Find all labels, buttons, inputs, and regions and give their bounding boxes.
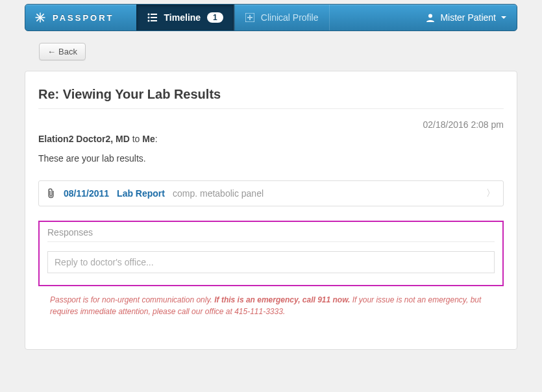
paperclip-icon [47, 188, 56, 199]
svg-point-6 [147, 17, 149, 19]
message-from-line: Elation2 Doctor2, MD to Me: [38, 134, 504, 144]
message-subject: Re: Viewing Your Lab Results [38, 87, 504, 109]
attachment-description: comp. metabolic panel [173, 188, 264, 199]
tab-timeline-label: Timeline [164, 12, 201, 23]
brand-area: PASSPORT [25, 12, 123, 23]
svg-rect-5 [151, 14, 157, 15]
arrow-left-icon: ← [47, 47, 56, 56]
tab-timeline[interactable]: Timeline 1 [136, 5, 234, 31]
message-timestamp: 02/18/2016 2:08 pm [38, 119, 504, 130]
user-menu[interactable]: Mister Patient [415, 12, 517, 23]
disclaimer-part1: Passport is for non-urgent communication… [50, 295, 214, 304]
user-name: Mister Patient [440, 12, 496, 23]
responses-section: Responses [38, 221, 504, 286]
attachment-row[interactable]: 08/11/2011 Lab Report comp. metabolic pa… [38, 180, 504, 206]
svg-point-13 [428, 14, 432, 18]
message-recipient: Me [142, 134, 154, 144]
attachment-date: 08/11/2011 [64, 188, 109, 199]
chevron-right-icon: 〉 [486, 188, 495, 199]
svg-rect-9 [151, 20, 157, 21]
brand-text: PASSPORT [53, 13, 114, 23]
svg-rect-7 [151, 17, 157, 18]
top-navbar: PASSPORT Timeline 1 Clinical P [25, 4, 517, 31]
disclaimer-bold: If this is an emergency, call 911 now. [214, 295, 350, 304]
message-body: These are your lab results. [38, 153, 504, 164]
medical-plus-icon [245, 13, 254, 22]
message-sender: Elation2 Doctor2, MD [38, 134, 130, 144]
timeline-badge: 1 [207, 12, 223, 23]
nav-tabs: Timeline 1 Clinical Profile [136, 5, 330, 31]
attachment-type: Lab Report [117, 188, 165, 199]
tab-clinical-label: Clinical Profile [261, 12, 319, 23]
svg-point-4 [147, 14, 149, 16]
tab-clinical-profile[interactable]: Clinical Profile [234, 5, 330, 31]
back-button-label: Back [58, 47, 77, 56]
user-icon [426, 13, 435, 22]
message-card: Re: Viewing Your Lab Results 02/18/2016 … [25, 71, 517, 350]
responses-heading: Responses [47, 227, 495, 242]
svg-rect-12 [247, 17, 253, 18]
snowflake-icon [34, 12, 46, 23]
svg-point-8 [147, 20, 149, 22]
to-word: to [132, 134, 140, 144]
back-button[interactable]: ← Back [39, 43, 86, 60]
reply-input[interactable] [47, 251, 495, 273]
chevron-down-icon [501, 16, 506, 19]
disclaimer-text: Passport is for non-urgent communication… [38, 294, 504, 317]
list-icon [147, 13, 158, 22]
